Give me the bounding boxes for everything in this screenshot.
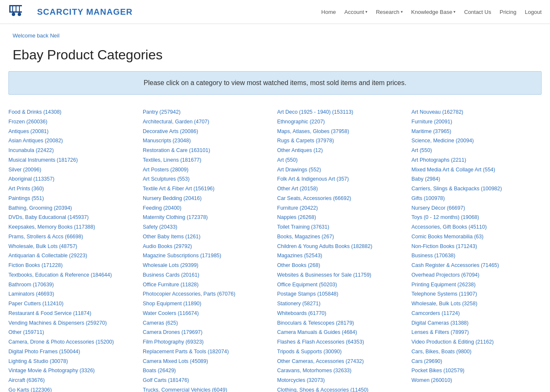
category-link[interactable]: Shop Equipment (11890): [143, 299, 273, 309]
category-link[interactable]: Pocket Bikes (102579): [411, 366, 542, 376]
category-link[interactable]: Golf Carts (181476): [143, 376, 273, 385]
category-link[interactable]: Other (159711): [8, 328, 139, 337]
category-link[interactable]: Magazine Subscriptions (171985): [143, 251, 273, 261]
nav-item-contact[interactable]: Contact Us: [464, 9, 491, 15]
category-link[interactable]: Nursery Bedding (20416): [143, 194, 273, 203]
category-link[interactable]: Car Seats, Accessories (66692): [277, 194, 408, 203]
category-link[interactable]: Bathing, Grooming (20394): [8, 203, 139, 213]
category-link[interactable]: Go Karts (122306): [8, 385, 139, 392]
category-link[interactable]: Architectural, Garden (4707): [143, 117, 273, 127]
category-link[interactable]: Maternity Clothing (172378): [143, 213, 273, 222]
category-link[interactable]: Other Art (20158): [277, 184, 408, 194]
category-link[interactable]: Printing Equipment (26238): [411, 280, 542, 290]
category-link[interactable]: Websites & Businesses for Sale (11759): [277, 270, 408, 280]
category-link[interactable]: Overhead Projectors (67094): [411, 270, 542, 280]
category-link[interactable]: Vending Machines & Dispensers (259270): [8, 318, 139, 328]
category-link[interactable]: Prams, Strollers & Accs (66698): [8, 232, 139, 242]
category-link[interactable]: Boats (26429): [143, 366, 273, 376]
category-link[interactable]: Antiques (20081): [8, 127, 139, 136]
category-link[interactable]: Toys (0 - 12 months) (19068): [411, 213, 542, 222]
category-link[interactable]: Lenses & Filters (78997): [411, 328, 542, 337]
category-link[interactable]: Aboriginal (113357): [8, 174, 139, 184]
category-link[interactable]: Furniture (20422): [277, 203, 408, 213]
category-link[interactable]: Lighting & Studio (30078): [8, 357, 139, 366]
category-link[interactable]: Books, Magazines (267): [277, 232, 408, 242]
category-link[interactable]: Incunabula (22422): [8, 146, 139, 155]
category-link[interactable]: Pantry (257942): [143, 107, 273, 117]
category-link[interactable]: Children & Young Adults Books (182882): [277, 242, 408, 251]
category-link[interactable]: Textbooks, Education & Reference (184644…: [8, 270, 139, 280]
category-link[interactable]: Musical Instruments (181726): [8, 155, 139, 165]
category-link[interactable]: Camera Mixed Lots (45089): [143, 357, 273, 366]
category-link[interactable]: Stationery (58271): [277, 299, 408, 309]
category-link[interactable]: Fiction Books (171228): [8, 261, 139, 270]
category-link[interactable]: Mixed Media Art & Collage Art (554): [411, 165, 542, 175]
category-link[interactable]: Women (260010): [411, 376, 542, 385]
category-link[interactable]: Science, Medicine (20094): [411, 136, 542, 146]
category-link[interactable]: Art Deco (1925 - 1940) (153113): [277, 107, 408, 117]
category-link[interactable]: Business Cards (20161): [143, 270, 273, 280]
category-link[interactable]: Art Photographs (2211): [411, 155, 542, 165]
category-link[interactable]: Frozen (260036): [8, 117, 139, 127]
category-link[interactable]: Clothing, Shoes & Accessories (11450): [277, 385, 408, 392]
category-link[interactable]: Safety (20433): [143, 222, 273, 232]
category-link[interactable]: Laminators (46693): [8, 289, 139, 299]
category-link[interactable]: Business (170638): [411, 251, 542, 261]
category-link[interactable]: Digital Photo Frames (150044): [8, 347, 139, 357]
category-link[interactable]: Art (550): [411, 146, 542, 155]
category-link[interactable]: Art Drawings (552): [277, 165, 408, 175]
category-link[interactable]: Camera, Drone & Photo Accessories (15200…: [8, 337, 139, 347]
category-link[interactable]: Art Nouveau (162782): [411, 107, 542, 117]
category-link[interactable]: Binoculars & Telescopes (28179): [277, 318, 408, 328]
category-link[interactable]: Ethnographic (2207): [277, 117, 408, 127]
category-link[interactable]: Nappies (26268): [277, 213, 408, 222]
category-link[interactable]: Camcorders (11724): [411, 309, 542, 318]
nav-item-research[interactable]: Research▾: [376, 9, 403, 15]
category-link[interactable]: Wholesale, Bulk Lots (3258): [411, 299, 542, 309]
nav-item-knowledge-base[interactable]: Knowledge Base▾: [411, 9, 456, 15]
category-link[interactable]: Replacement Parts & Tools (182074): [143, 347, 273, 357]
category-link[interactable]: Office Equipment (50203): [277, 280, 408, 290]
category-link[interactable]: Video Production & Editing (21162): [411, 337, 542, 347]
category-link[interactable]: Cars, Bikes, Boats (9800): [411, 347, 542, 357]
category-link[interactable]: Feeding (20400): [143, 203, 273, 213]
category-link[interactable]: Camera Drones (179697): [143, 328, 273, 337]
category-link[interactable]: Cameras (625): [143, 318, 273, 328]
category-link[interactable]: Gifts (100978): [411, 194, 542, 203]
category-link[interactable]: Keepsakes, Memory Books (117388): [8, 222, 139, 232]
category-link[interactable]: Paintings (551): [8, 194, 139, 203]
category-link[interactable]: Paper Cutters (112410): [8, 299, 139, 309]
category-link[interactable]: Trucks, Commercial Vehicles (6049): [143, 385, 273, 392]
category-link[interactable]: Flashes & Flash Accessories (64353): [277, 337, 408, 347]
category-link[interactable]: Other Antiques (12): [277, 146, 408, 155]
category-link[interactable]: Textile Art & Fiber Art (156196): [143, 184, 273, 194]
category-link[interactable]: Telephone Systems (11907): [411, 289, 542, 299]
category-link[interactable]: Food & Drinks (14308): [8, 107, 139, 117]
category-link[interactable]: Decorative Arts (20086): [143, 127, 273, 136]
category-link[interactable]: Aircraft (63676): [8, 376, 139, 385]
nav-item-pricing[interactable]: Pricing: [499, 9, 516, 15]
category-link[interactable]: Water Coolers (116674): [143, 309, 273, 318]
category-link[interactable]: Motorcycles (32073): [277, 376, 408, 385]
category-link[interactable]: Restaurant & Food Service (11874): [8, 309, 139, 318]
category-link[interactable]: Vintage Movie & Photography (3326): [8, 366, 139, 376]
category-link[interactable]: Cars (29690): [411, 357, 542, 366]
category-link[interactable]: Wholesale Lots (29399): [143, 261, 273, 270]
category-link[interactable]: Art Posters (28009): [143, 165, 273, 175]
category-link[interactable]: Photocopier Accessories, Parts (67076): [143, 289, 273, 299]
nav-item-account[interactable]: Account▾: [344, 9, 368, 15]
category-link[interactable]: Antiquarian & Collectable (29223): [8, 251, 139, 261]
category-link[interactable]: Toilet Training (37631): [277, 222, 408, 232]
category-link[interactable]: Restoration & Care (163101): [143, 146, 273, 155]
nav-item-logout[interactable]: Logout: [525, 9, 542, 15]
category-link[interactable]: Audio Books (29792): [143, 242, 273, 251]
category-link[interactable]: Non-Fiction Books (171243): [411, 242, 542, 251]
category-link[interactable]: Carriers, Slings & Backpacks (100982): [411, 184, 542, 194]
category-link[interactable]: Nursery Décor (66697): [411, 203, 542, 213]
category-link[interactable]: Caravans, Motorhomes (32633): [277, 366, 408, 376]
category-link[interactable]: Folk Art & Indigenous Art (357): [277, 174, 408, 184]
category-link[interactable]: Digital Cameras (31388): [411, 318, 542, 328]
category-link[interactable]: Art Sculptures (553): [143, 174, 273, 184]
category-link[interactable]: Film Photography (69323): [143, 337, 273, 347]
category-link[interactable]: Other Cameras, Accessories (27432): [277, 357, 408, 366]
